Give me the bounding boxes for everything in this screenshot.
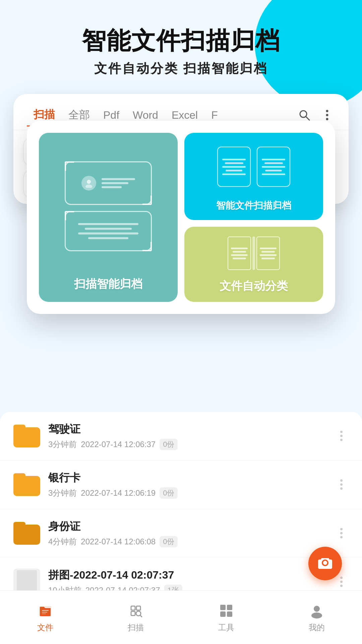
svg-point-47	[311, 612, 322, 619]
popup-card: 扫描智能归档	[27, 121, 335, 314]
scan-nav-icon	[127, 602, 144, 620]
tools-nav-icon	[218, 602, 235, 620]
person-icon	[81, 176, 96, 191]
file-time: 4分钟前	[48, 536, 77, 547]
svg-point-4	[326, 118, 328, 120]
svg-rect-35	[42, 612, 47, 612]
nav-item-tools[interactable]: 工具	[181, 602, 272, 633]
file-more-button[interactable]	[334, 577, 349, 587]
file-meta: 3分钟前 2022-07-14 12:06:19 0份	[48, 487, 326, 499]
file-time: 3分钟前	[48, 439, 77, 450]
nav-item-scan[interactable]: 扫描	[90, 602, 181, 633]
svg-point-31	[87, 180, 91, 184]
book-page-left	[228, 236, 251, 270]
svg-rect-45	[227, 611, 232, 617]
popup-overlay: 扫描智能归档	[0, 121, 362, 314]
svg-rect-37	[131, 606, 135, 610]
id-card-icon	[65, 161, 152, 205]
bottom-nav: 文件 扫描 工具	[0, 590, 362, 644]
svg-rect-39	[131, 611, 135, 615]
scan-icons	[65, 143, 152, 270]
header: 智能文件扫描归档 文件自动分类 扫描智能归档	[0, 0, 362, 87]
svg-point-32	[85, 184, 92, 188]
svg-line-1	[306, 117, 309, 120]
file-date: 2022-07-14 12:06:19	[81, 488, 156, 498]
smart-scan-card[interactable]: 智能文件扫描归档	[184, 133, 323, 220]
file-badge: 0份	[160, 439, 178, 450]
file-name: 身份证	[48, 519, 326, 534]
folder-icon	[13, 522, 40, 545]
file-badge: 0份	[160, 487, 178, 499]
doc-icon-left	[217, 147, 251, 187]
user-nav-icon	[308, 602, 325, 620]
scan-archive-label: 扫描智能归档	[74, 276, 142, 292]
file-more-button[interactable]	[334, 479, 349, 490]
page-subtitle: 文件自动分类 扫描智能归档	[20, 60, 342, 77]
svg-point-2	[326, 110, 328, 112]
id-figure	[81, 176, 135, 191]
svg-rect-38	[136, 606, 140, 610]
file-more-button[interactable]	[334, 528, 349, 538]
file-time: 3分钟前	[48, 488, 77, 498]
auto-classify-label: 文件自动分类	[220, 278, 288, 294]
svg-line-41	[140, 615, 142, 617]
file-badge: 0份	[160, 536, 178, 547]
file-info: 驾驶证 3分钟前 2022-07-14 12:06:37 0份	[48, 422, 326, 450]
nav-item-files[interactable]: 文件	[0, 602, 90, 633]
file-info: 身份证 4分钟前 2022-07-14 12:06:08 0份	[48, 519, 326, 547]
book-icon	[227, 235, 281, 272]
scan-archive-card[interactable]: 扫描智能归档	[39, 133, 178, 302]
file-name: 驾驶证	[48, 422, 326, 437]
svg-rect-36	[42, 613, 46, 614]
auto-classify-card[interactable]: 文件自动分类	[184, 227, 323, 302]
nav-profile-label: 我的	[309, 622, 325, 633]
file-date: 2022-07-14 12:06:08	[81, 537, 156, 546]
book-spine	[252, 236, 255, 270]
file-item[interactable]: 身份证 4分钟前 2022-07-14 12:06:08 0份	[0, 509, 362, 558]
doc-pair-icons	[217, 141, 290, 193]
file-name: 银行卡	[48, 471, 326, 485]
file-item[interactable]: 银行卡 3分钟前 2022-07-14 12:06:19 0份	[0, 461, 362, 509]
folder-icon	[13, 425, 40, 447]
nav-item-profile[interactable]: 我的	[272, 602, 362, 633]
svg-rect-34	[42, 610, 49, 611]
files-icon	[37, 602, 54, 620]
id-text-lines	[102, 178, 135, 188]
file-meta: 3分钟前 2022-07-14 12:06:37 0份	[48, 439, 326, 450]
file-date: 2022-07-14 12:06:37	[81, 440, 156, 449]
svg-rect-43	[227, 605, 232, 610]
file-more-button[interactable]	[334, 431, 349, 441]
file-name: 拼图-2022-07-14 02:07:37	[48, 568, 326, 583]
right-cards: 智能文件扫描归档	[184, 133, 323, 302]
folder-icon	[13, 473, 40, 496]
svg-rect-44	[220, 611, 226, 617]
nav-tools-label: 工具	[218, 622, 234, 633]
book-page-right	[256, 236, 280, 270]
file-meta: 4分钟前 2022-07-14 12:06:08 0份	[48, 536, 326, 547]
smart-scan-label: 智能文件扫描归档	[216, 199, 291, 212]
svg-point-3	[326, 114, 328, 116]
camera-fab-button[interactable]	[308, 547, 342, 580]
page-title: 智能文件扫描归档	[20, 27, 342, 55]
nav-files-label: 文件	[37, 622, 53, 633]
file-info: 银行卡 3分钟前 2022-07-14 12:06:19 0份	[48, 471, 326, 499]
doc-scan-icon	[65, 211, 152, 251]
doc-icon-right	[257, 147, 290, 187]
file-item[interactable]: 驾驶证 3分钟前 2022-07-14 12:06:37 0份	[0, 412, 362, 461]
svg-point-46	[314, 606, 320, 612]
nav-scan-label: 扫描	[128, 622, 144, 633]
svg-rect-42	[220, 605, 226, 610]
